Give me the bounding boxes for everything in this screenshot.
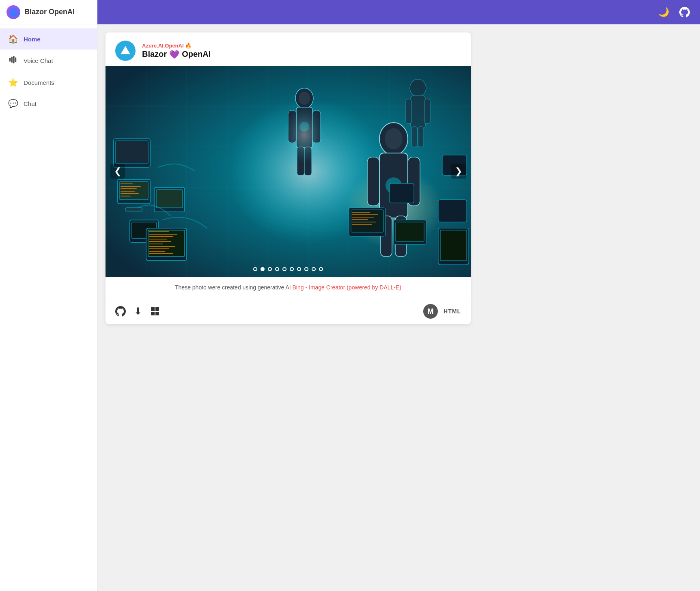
carousel-dots bbox=[253, 267, 323, 271]
svg-rect-43 bbox=[149, 251, 165, 252]
svg-rect-3 bbox=[15, 58, 17, 62]
svg-rect-41 bbox=[149, 246, 175, 247]
svg-rect-35 bbox=[149, 231, 169, 232]
svg-rect-44 bbox=[149, 253, 173, 254]
svg-rect-85 bbox=[151, 307, 155, 311]
svg-rect-65 bbox=[411, 96, 425, 128]
svg-rect-26 bbox=[156, 190, 183, 208]
svg-rect-0 bbox=[9, 58, 11, 61]
documents-icon: ⭐ bbox=[8, 78, 18, 87]
svg-rect-2 bbox=[13, 56, 15, 63]
svg-rect-32 bbox=[121, 191, 135, 192]
title-blazor: Blazor bbox=[142, 50, 167, 59]
card-footer: ⬇ M HTML bbox=[106, 298, 471, 324]
card-subtitle: Azure.AI.OpenAI 🔥 bbox=[142, 43, 211, 49]
svg-rect-60 bbox=[367, 157, 379, 206]
svg-rect-83 bbox=[352, 222, 376, 222]
svg-rect-30 bbox=[121, 186, 141, 187]
grid-icon bbox=[150, 306, 160, 316]
sidebar-item-voice-chat-label: Voice Chat bbox=[24, 57, 53, 64]
sidebar-item-documents-label: Documents bbox=[24, 79, 54, 86]
carousel-dot-7[interactable] bbox=[304, 267, 308, 271]
card-main-title: Blazor 💜 OpenAI bbox=[142, 50, 211, 59]
html-badge: HTML bbox=[444, 308, 461, 315]
app-logo: 🌀 bbox=[6, 5, 20, 19]
content-area: Azure.AI.OpenAI 🔥 Blazor 💜 OpenAI bbox=[97, 24, 700, 591]
card-caption: These photo were created using generativ… bbox=[106, 277, 471, 298]
github-footer-icon bbox=[115, 306, 126, 317]
carousel: ❮ ❯ bbox=[106, 66, 471, 277]
chevron-right-icon: ❯ bbox=[455, 166, 462, 177]
svg-rect-79 bbox=[352, 212, 370, 213]
carousel-dot-3[interactable] bbox=[275, 267, 279, 271]
svg-rect-73 bbox=[396, 222, 424, 242]
svg-rect-40 bbox=[149, 244, 163, 244]
carousel-dot-5[interactable] bbox=[290, 267, 294, 271]
carousel-dot-8[interactable] bbox=[312, 267, 316, 271]
svg-rect-86 bbox=[155, 307, 159, 311]
svg-rect-88 bbox=[155, 312, 159, 315]
carousel-next-button[interactable]: ❯ bbox=[451, 164, 466, 179]
carousel-dot-6[interactable] bbox=[297, 267, 301, 271]
carousel-dot-1[interactable] bbox=[261, 267, 265, 271]
sidebar: 🏠 Home Voice Chat ⭐ Documents 💬 Chat bbox=[0, 24, 97, 591]
caption-text: These photo were created using generativ… bbox=[175, 284, 293, 291]
carousel-prev-button[interactable]: ❮ bbox=[110, 164, 125, 179]
svg-rect-20 bbox=[126, 208, 142, 211]
fire-emoji: 🔥 bbox=[185, 43, 192, 49]
svg-point-54 bbox=[284, 106, 325, 163]
theme-toggle-button[interactable]: 🌙 bbox=[656, 5, 671, 19]
github-icon bbox=[679, 7, 690, 17]
svg-point-64 bbox=[410, 79, 426, 97]
m-badge: M bbox=[423, 304, 438, 319]
svg-point-47 bbox=[299, 92, 310, 105]
avatar bbox=[115, 41, 136, 61]
chevron-left-icon: ❮ bbox=[114, 166, 121, 177]
svg-rect-80 bbox=[352, 214, 378, 215]
azure-openai-link[interactable]: Azure.AI.OpenAI bbox=[142, 43, 184, 49]
svg-rect-22 bbox=[116, 141, 148, 163]
carousel-dot-2[interactable] bbox=[268, 267, 272, 271]
svg-rect-1 bbox=[11, 57, 13, 63]
chat-icon: 💬 bbox=[8, 99, 18, 108]
svg-rect-29 bbox=[121, 183, 133, 184]
svg-rect-87 bbox=[151, 312, 155, 315]
svg-rect-68 bbox=[411, 127, 417, 147]
svg-rect-33 bbox=[121, 193, 139, 194]
main-layout: 🏠 Home Voice Chat ⭐ Documents 💬 Chat bbox=[0, 24, 700, 591]
download-icon: ⬇ bbox=[134, 306, 142, 317]
svg-rect-75 bbox=[390, 183, 414, 203]
grid-button[interactable] bbox=[150, 306, 160, 316]
bing-image-creator-link[interactable]: Bing - Image Creator (powered by DALL-E) bbox=[293, 284, 401, 291]
carousel-dot-4[interactable] bbox=[282, 267, 286, 271]
svg-rect-38 bbox=[149, 239, 167, 239]
download-button[interactable]: ⬇ bbox=[134, 306, 142, 317]
svg-rect-42 bbox=[149, 248, 169, 249]
svg-rect-82 bbox=[352, 219, 368, 220]
svg-rect-34 bbox=[121, 196, 131, 196]
github-header-button[interactable] bbox=[677, 5, 692, 19]
carousel-dot-9[interactable] bbox=[319, 267, 323, 271]
moon-icon: 🌙 bbox=[658, 7, 669, 17]
svg-rect-67 bbox=[424, 99, 430, 123]
top-header: 🌀 Blazor OpenAI 🌙 bbox=[0, 0, 700, 24]
svg-rect-74 bbox=[438, 200, 467, 222]
svg-rect-39 bbox=[149, 241, 171, 242]
sidebar-item-documents[interactable]: ⭐ Documents bbox=[0, 72, 97, 93]
footer-left: ⬇ bbox=[115, 306, 160, 317]
sidebar-item-home[interactable]: 🏠 Home bbox=[0, 28, 97, 50]
carousel-dot-0[interactable] bbox=[253, 267, 257, 271]
footer-right: M HTML bbox=[423, 304, 461, 319]
card-header: Azure.AI.OpenAI 🔥 Blazor 💜 OpenAI bbox=[106, 32, 471, 66]
sidebar-item-home-label: Home bbox=[24, 36, 41, 43]
sidebar-item-chat[interactable]: 💬 Chat bbox=[0, 93, 97, 114]
svg-rect-37 bbox=[149, 236, 173, 237]
card-title-area: Azure.AI.OpenAI 🔥 Blazor 💜 OpenAI bbox=[142, 43, 211, 59]
sidebar-item-voice-chat[interactable]: Voice Chat bbox=[0, 50, 97, 72]
svg-rect-81 bbox=[352, 217, 374, 218]
carousel-image bbox=[106, 66, 471, 277]
header-logo-area: 🌀 Blazor OpenAI bbox=[0, 0, 97, 24]
svg-rect-78 bbox=[440, 230, 467, 261]
svg-rect-36 bbox=[149, 234, 177, 235]
github-footer-button[interactable] bbox=[115, 306, 126, 317]
